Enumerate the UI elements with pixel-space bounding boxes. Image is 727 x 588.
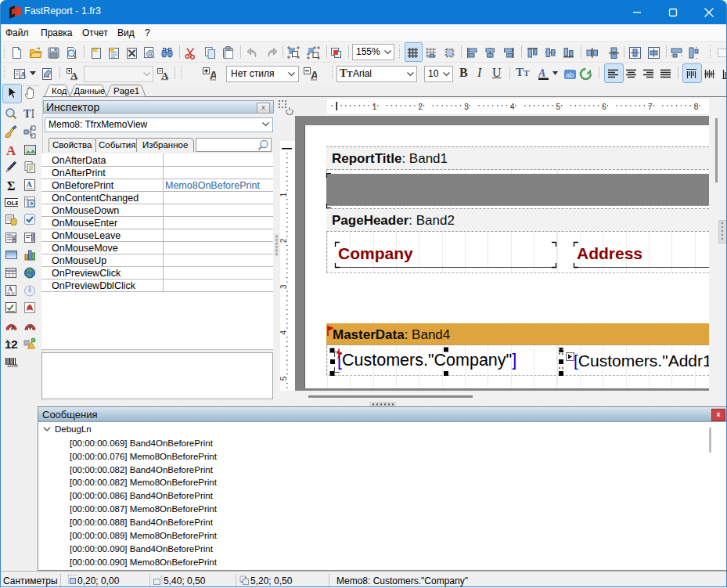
svg-text:2: 2: [419, 103, 423, 111]
svg-text:7: 7: [648, 103, 653, 111]
svg-text:A: A: [311, 69, 317, 81]
svg-text:3: 3: [280, 284, 288, 289]
svg-text:1: 1: [280, 192, 288, 197]
svg-text:OLE: OLE: [7, 200, 19, 207]
svg-text:T: T: [23, 108, 31, 120]
svg-text:4: 4: [510, 103, 515, 111]
svg-text:A: A: [20, 70, 27, 79]
svg-text:A: A: [538, 67, 545, 79]
svg-text:2: 2: [280, 238, 288, 243]
svg-text:A: A: [210, 69, 216, 81]
svg-text:ab: ab: [566, 70, 574, 78]
svg-text:Данные: Данные: [74, 86, 106, 96]
svg-text:A: A: [8, 285, 13, 293]
svg-text:5: 5: [280, 376, 288, 381]
svg-text:12345: 12345: [7, 363, 18, 368]
svg-text:1: 1: [372, 103, 377, 111]
svg-text:Код: Код: [52, 86, 67, 96]
svg-text:A: A: [27, 180, 33, 189]
svg-text:5: 5: [556, 103, 561, 111]
svg-text:6: 6: [602, 103, 606, 111]
svg-text:A: A: [6, 143, 16, 157]
svg-text:Page1: Page1: [113, 86, 139, 96]
svg-text:4: 4: [280, 330, 288, 335]
svg-text:8: 8: [694, 103, 699, 111]
svg-text:Σ: Σ: [7, 179, 15, 193]
svg-text:3: 3: [464, 103, 469, 111]
